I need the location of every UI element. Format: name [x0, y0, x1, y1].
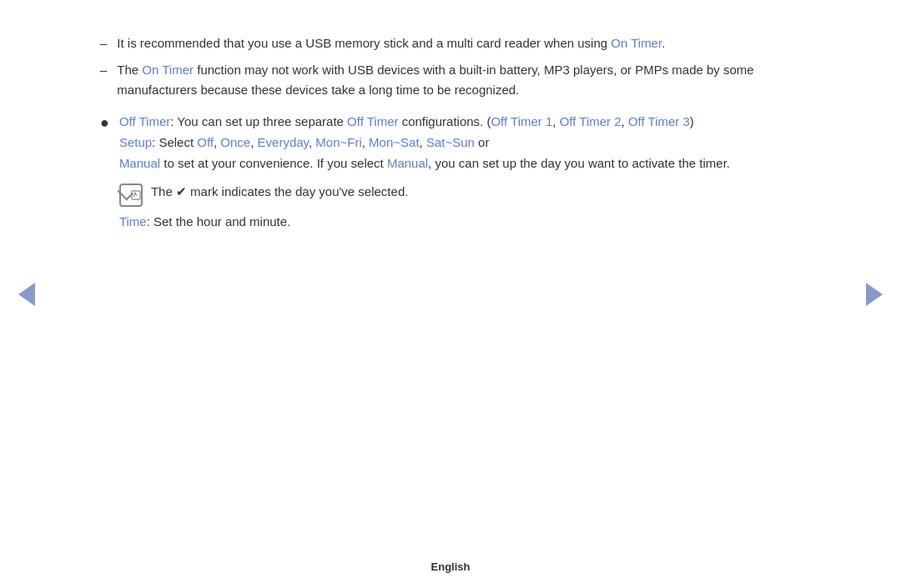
- setup-line: Setup: Select Off, Once, Everyday, Mon~F…: [119, 135, 490, 149]
- language-label: English: [431, 560, 471, 573]
- note-icon: [119, 183, 143, 207]
- option-mon-fri: Mon~Fri: [315, 135, 361, 149]
- off-timer-label: Off Timer: [119, 114, 170, 128]
- bullet-symbol: ●: [100, 112, 109, 233]
- nav-arrow-left[interactable]: [15, 278, 38, 311]
- manual-label-2: Manual: [387, 156, 428, 170]
- manual-label: Manual: [119, 156, 160, 170]
- option-sat-sun: Sat~Sun: [426, 135, 475, 149]
- left-arrow-icon: [18, 283, 35, 306]
- note-block: The ✔ mark indicates the day you've sele…: [119, 182, 730, 205]
- dash-item-1: – It is recommended that you use a USB m…: [100, 33, 801, 53]
- dash-symbol-1: –: [100, 33, 107, 53]
- off-timer-3: Off Timer 3: [628, 114, 690, 128]
- on-timer-link-2: On Timer: [142, 63, 194, 77]
- option-once: Once: [220, 135, 250, 149]
- checkmark-symbol: ✔: [176, 184, 187, 199]
- bullet-item-off-timer: ● Off Timer: You can set up three separa…: [100, 112, 801, 233]
- on-timer-link-1: On Timer: [611, 36, 662, 50]
- bullet-content-off-timer: Off Timer: You can set up three separate…: [119, 112, 730, 233]
- time-line: Time: Set the hour and minute.: [119, 212, 730, 233]
- dash-symbol-2: –: [100, 60, 107, 100]
- off-timer-label-2: Off Timer: [347, 114, 398, 128]
- content-area: – It is recommended that you use a USB m…: [0, 0, 901, 560]
- page-container: – It is recommended that you use a USB m…: [0, 0, 901, 588]
- time-label: Time: [119, 214, 147, 229]
- dash-item-2: – The On Timer function may not work wit…: [100, 60, 801, 100]
- off-timer-1: Off Timer 1: [491, 114, 552, 128]
- manual-line: Manual to set at your convenience. If yo…: [119, 156, 730, 170]
- option-everyday: Everyday: [258, 135, 309, 149]
- note-pencil-svg: [131, 188, 141, 202]
- note-text: The ✔ mark indicates the day you've sele…: [151, 182, 409, 203]
- footer: English: [0, 560, 901, 588]
- option-off: Off: [197, 135, 214, 149]
- right-arrow-icon: [866, 283, 883, 306]
- dash-text-2: The On Timer function may not work with …: [117, 60, 801, 100]
- setup-label: Setup: [119, 135, 152, 149]
- dash-text-1: It is recommended that you use a USB mem…: [117, 33, 665, 53]
- option-mon-sat: Mon~Sat: [369, 135, 419, 149]
- off-timer-2: Off Timer 2: [560, 114, 622, 128]
- nav-arrow-right[interactable]: [863, 278, 886, 311]
- off-timer-heading: Off Timer: You can set up three separate…: [119, 114, 694, 128]
